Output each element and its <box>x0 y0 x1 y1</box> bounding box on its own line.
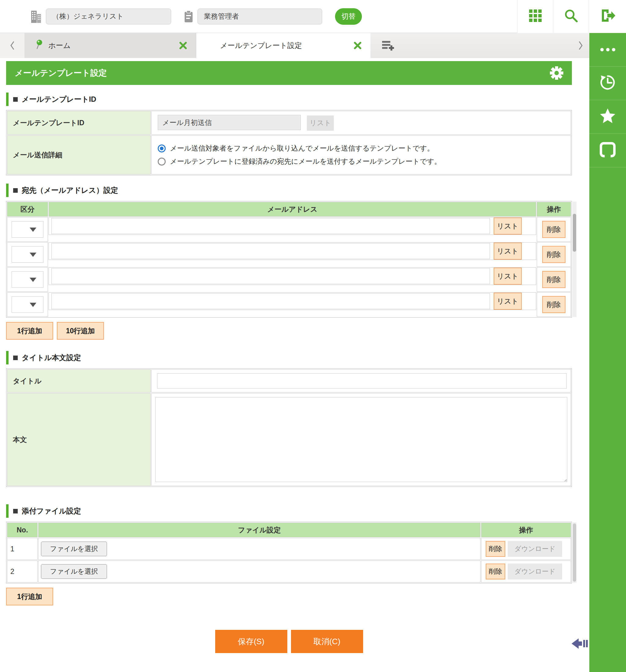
radio-unselected-icon[interactable] <box>158 158 166 166</box>
template-id-list-button: リスト <box>307 116 334 131</box>
mail-address-input[interactable] <box>51 218 490 234</box>
title-input[interactable] <box>157 373 567 388</box>
sidebar-favorites-button[interactable] <box>589 100 626 134</box>
radio-option-file-label: メール送信対象者をファイルから取り込んでメールを送信するテンプレートです。 <box>170 144 434 153</box>
cancel-button[interactable]: 取消(C) <box>291 630 363 653</box>
settings-button[interactable] <box>550 66 563 80</box>
switch-button[interactable]: 切替 <box>335 8 362 25</box>
tab-bar: ホーム メールテンプレート設定 <box>0 33 589 58</box>
attachment-row: 2 ファイルを選択 削除 ダウンロード <box>7 560 571 582</box>
sidebar-more-button[interactable] <box>589 33 626 67</box>
collapse-panel-button[interactable] <box>572 637 588 652</box>
add-one-row-button[interactable]: 1行追加 <box>6 588 53 605</box>
page-title-bar: メールテンプレート設定 <box>6 61 572 85</box>
list-button[interactable]: リスト <box>494 293 522 310</box>
clipboard-icon <box>184 10 193 23</box>
section-accent-bar <box>6 351 8 364</box>
list-button[interactable]: リスト <box>494 268 522 285</box>
list-button[interactable]: リスト <box>494 242 522 260</box>
attachment-no: 2 <box>7 560 38 582</box>
section-heading-body: タイトル本文設定 <box>6 351 572 365</box>
ellipsis-icon <box>600 48 615 51</box>
kubun-select[interactable] <box>11 296 43 313</box>
choose-file-button[interactable]: ファイルを選択 <box>41 542 107 556</box>
history-icon <box>599 74 617 93</box>
recipients-scrollbar[interactable] <box>573 201 577 317</box>
scrollbar-thumb[interactable] <box>573 214 576 252</box>
add-one-row-button[interactable]: 1行追加 <box>6 322 53 340</box>
choose-file-button[interactable]: ファイルを選択 <box>41 564 107 579</box>
attachments-table-wrap: No. ファイル設定 操作 1 ファイルを選択 削除 ダウンロード 2 <box>6 522 572 583</box>
close-tab-icon[interactable] <box>353 41 362 50</box>
section-accent-bar <box>6 93 8 106</box>
section-title: 添付ファイル設定 <box>22 506 81 516</box>
recipients-table: 区分 メールアドレス 操作 リスト 削除 リスト <box>6 201 572 318</box>
recipients-table-wrap: 区分 メールアドレス 操作 リスト 削除 リスト <box>6 201 572 318</box>
app-grid-button[interactable] <box>517 0 553 33</box>
tab-scroll-right-button[interactable] <box>572 33 589 58</box>
body-textarea[interactable] <box>155 397 567 482</box>
pin-icon <box>36 40 43 52</box>
delete-button[interactable]: 削除 <box>542 271 565 288</box>
tab-mail-template-label: メールテンプレート設定 <box>220 41 302 50</box>
mail-address-input[interactable] <box>51 243 490 259</box>
section-title: メールテンプレートID <box>22 94 96 104</box>
col-header-action: 操作 <box>481 523 571 537</box>
tab-home-label: ホーム <box>48 41 71 50</box>
close-tab-icon[interactable] <box>179 41 187 50</box>
section-title: 宛先（メールアドレス）設定 <box>22 186 118 195</box>
col-header-file: ファイル設定 <box>38 523 481 537</box>
title-body-table: タイトル 本文 <box>6 368 572 487</box>
recipients-add-buttons: 1行追加 10行追加 <box>6 322 572 340</box>
radio-option-file[interactable]: メール送信対象者をファイルから取り込んでメールを送信するテンプレートです。 <box>158 142 571 155</box>
monitor-icon <box>599 141 617 160</box>
section-heading-template-id: メールテンプレートID <box>6 92 572 106</box>
tab-scroll-left-button[interactable] <box>0 33 24 58</box>
add-ten-rows-button[interactable]: 10行追加 <box>57 322 104 340</box>
tab-mail-template[interactable]: メールテンプレート設定 <box>196 33 370 58</box>
attachments-scrollbar[interactable] <box>573 522 577 583</box>
list-button[interactable]: リスト <box>494 217 522 235</box>
radio-selected-icon[interactable] <box>158 144 166 152</box>
template-id-label: メールテンプレートID <box>7 111 151 135</box>
app-screen: 切替 <box>0 0 626 672</box>
delete-button[interactable]: 削除 <box>486 563 505 579</box>
mail-address-input[interactable] <box>51 293 490 309</box>
sidebar-monitor-button[interactable] <box>589 134 626 167</box>
building-icon <box>30 10 42 23</box>
kubun-select[interactable] <box>11 271 43 288</box>
section-bullet <box>13 188 18 193</box>
delete-button[interactable]: 削除 <box>542 246 565 263</box>
delete-button[interactable]: 削除 <box>542 221 565 238</box>
radio-option-registered-label: メールテンプレートに登録済みの宛先にメールを送付するメールテンプレートです。 <box>170 157 441 166</box>
search-button[interactable] <box>553 0 589 33</box>
body-label: 本文 <box>7 393 151 486</box>
save-button[interactable]: 保存(S) <box>215 630 287 653</box>
recipient-row: リスト 削除 <box>7 217 571 242</box>
sidebar-history-button[interactable] <box>589 67 626 100</box>
kubun-select[interactable] <box>11 246 43 263</box>
delete-button[interactable]: 削除 <box>486 541 505 557</box>
logout-button[interactable] <box>589 0 626 33</box>
top-bar: 切替 <box>0 0 626 33</box>
scrollbar-thumb[interactable] <box>573 524 576 582</box>
delete-button[interactable]: 削除 <box>542 296 565 313</box>
attachment-no: 1 <box>7 538 38 560</box>
tab-home[interactable]: ホーム <box>24 33 196 58</box>
attachments-table: No. ファイル設定 操作 1 ファイルを選択 削除 ダウンロード 2 <box>6 522 572 583</box>
add-tab-button[interactable] <box>382 33 394 58</box>
title-label: タイトル <box>7 369 151 392</box>
col-header-address: メールアドレス <box>49 202 536 217</box>
logout-icon <box>600 8 615 24</box>
collapse-arrow-icon <box>572 637 588 650</box>
col-header-no: No. <box>7 523 38 537</box>
kubun-select[interactable] <box>11 221 43 238</box>
company-input[interactable] <box>46 8 171 24</box>
mail-address-input[interactable] <box>51 268 490 284</box>
role-input[interactable] <box>198 8 322 24</box>
attachment-row: 1 ファイルを選択 削除 ダウンロード <box>7 538 571 560</box>
col-header-action: 操作 <box>537 202 571 217</box>
template-id-table: メールテンプレートID リスト メール送信詳細 メール送信対象者をファイルから取… <box>6 110 572 175</box>
radio-option-registered[interactable]: メールテンプレートに登録済みの宛先にメールを送付するメールテンプレートです。 <box>158 155 571 168</box>
download-button: ダウンロード <box>508 541 562 557</box>
